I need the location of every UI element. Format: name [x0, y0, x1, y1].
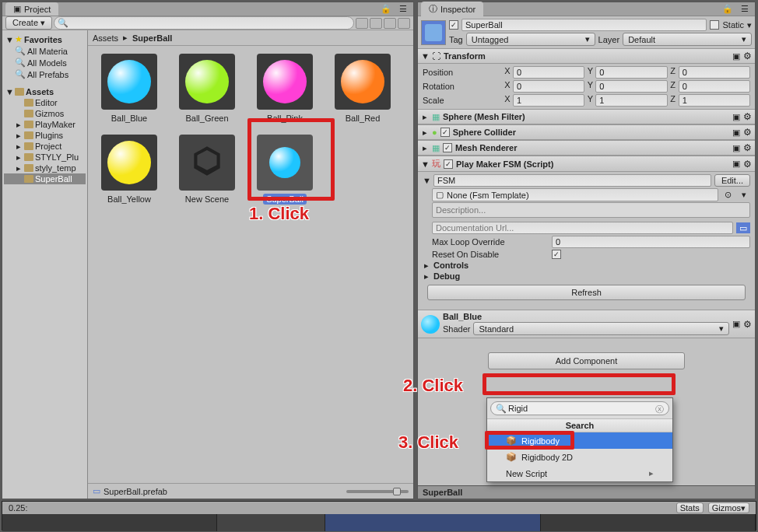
breadcrumb-current[interactable]: SuperBall [132, 33, 172, 43]
gear-icon[interactable]: ⚙ [743, 51, 752, 61]
filter-type-icon[interactable] [370, 18, 382, 29]
timeline-tracks[interactable] [2, 514, 756, 531]
project-search-input[interactable]: 🔍 [54, 16, 354, 30]
gear-icon[interactable]: ⚙ [743, 127, 752, 138]
maxloop-input[interactable]: 0 [552, 236, 750, 248]
transform-header[interactable]: ▼⛶Transform▣⚙ [418, 48, 755, 64]
sphere-collider-header[interactable]: ▸●Sphere Collider▣⚙ [418, 124, 755, 140]
popup-item-rigidbody2d[interactable]: 📦Rigidbody 2D [487, 449, 672, 465]
component-search-input[interactable]: 🔍 Rigid ⓧ [490, 401, 669, 415]
renderer-enabled-checkbox[interactable] [443, 143, 452, 152]
lock-icon[interactable]: 🔒 [377, 4, 395, 15]
gizmos-button[interactable]: Gizmos ▾ [708, 502, 749, 513]
asset-item[interactable]: Ball_Red [329, 54, 396, 124]
rot-z-input[interactable]: 0 [679, 80, 750, 93]
assets-root[interactable]: ▼Assets [4, 86, 86, 97]
project-tab[interactable]: ▣ Project [5, 2, 58, 16]
tree-folder[interactable]: ▸STYLY_Plu [4, 152, 86, 163]
filter-label-icon[interactable] [384, 18, 396, 29]
popup-item-rigidbody[interactable]: 📦Rigidbody [487, 432, 672, 449]
fsm-description-input[interactable]: Description... [432, 202, 750, 218]
playmaker-fsm-header[interactable]: ▼玩Play Maker FSM (Script)▣⚙ [418, 156, 755, 172]
save-search-icon[interactable] [398, 18, 410, 29]
template-menu-icon[interactable]: ▾ [738, 190, 750, 201]
stats-button[interactable]: Stats [676, 502, 704, 513]
mesh-filter-header[interactable]: ▸▦Sphere (Mesh Filter)▣⚙ [418, 109, 755, 124]
material-header[interactable]: Ball_Blue ShaderStandard▾ ▣⚙ [418, 310, 755, 338]
tree-folder[interactable]: ▸PlayMaker [4, 119, 86, 130]
help-icon[interactable]: ▣ [732, 319, 740, 329]
chevron-down-icon[interactable]: ▾ [747, 20, 752, 30]
active-checkbox[interactable] [449, 20, 458, 30]
tree-folder[interactable]: ▸Plugins [4, 130, 86, 141]
rot-x-input[interactable]: 0 [513, 80, 584, 93]
fsm-name-input[interactable]: FSM [433, 174, 711, 187]
tree-folder-selected[interactable]: SuperBall [4, 173, 86, 184]
breadcrumb-root[interactable]: Assets [93, 33, 118, 43]
add-component-button[interactable]: Add Component [488, 352, 685, 369]
help-icon[interactable]: ▣ [732, 128, 740, 138]
scale-x-input[interactable]: 1 [513, 94, 584, 107]
gameobject-name-input[interactable]: SuperBall [461, 19, 707, 31]
tree-folder[interactable]: ▸Project [4, 141, 86, 152]
rot-y-input[interactable]: 0 [595, 80, 667, 93]
shader-dropdown[interactable]: Standard▾ [473, 322, 729, 335]
gear-icon[interactable]: ⚙ [743, 111, 752, 122]
gear-icon[interactable]: ⚙ [743, 159, 752, 170]
fsm-template-field[interactable]: ▢None (Fsm Template) [432, 188, 718, 201]
asset-item-selected[interactable]: SuperBall [251, 135, 318, 205]
help-icon[interactable]: ▣ [732, 143, 740, 153]
popup-item-newscript[interactable]: New Script [487, 465, 672, 481]
tag-value: Untagged [472, 35, 509, 44]
inspector-tab[interactable]: ⓘ Inspector [421, 2, 483, 16]
help-icon[interactable]: ▣ [732, 159, 740, 169]
scale-z-input[interactable]: 1 [679, 94, 750, 107]
asset-item[interactable]: Ball_Pink [251, 54, 318, 124]
panel-menu-icon[interactable]: ☰ [738, 4, 752, 15]
tag-dropdown[interactable]: Untagged▾ [466, 33, 595, 46]
breadcrumb[interactable]: Assets ▸ SuperBall [88, 30, 413, 46]
filter-icon[interactable] [356, 18, 368, 29]
help-icon[interactable]: ▣ [732, 51, 740, 61]
browse-icon[interactable]: ▭ [736, 222, 750, 233]
asset-item[interactable]: Ball_Green [174, 54, 240, 124]
collider-enabled-checkbox[interactable] [440, 128, 450, 137]
pos-z-input[interactable]: 0 [679, 66, 750, 79]
controls-header[interactable]: Controls [433, 261, 468, 270]
tree-folder[interactable]: Gizmos [4, 108, 86, 119]
gear-icon[interactable]: ⚙ [743, 319, 752, 330]
playmaker-fsm-title: Play Maker FSM (Script) [456, 159, 553, 169]
project-tree[interactable]: ▼Favorites 🔍All Materia 🔍All Models 🔍All… [2, 30, 88, 499]
fsm-edit-button[interactable]: Edit... [714, 174, 750, 187]
refresh-button[interactable]: Refresh [427, 285, 746, 300]
panel-menu-icon[interactable]: ☰ [396, 4, 410, 15]
help-icon[interactable]: ▣ [732, 112, 740, 122]
lock-icon[interactable]: 🔒 [719, 4, 736, 15]
tree-folder[interactable]: Editor [4, 97, 86, 108]
fsm-doc-url-input[interactable]: Documentation Url... [432, 222, 733, 234]
scale-y-input[interactable]: 1 [595, 94, 667, 107]
favorites-header[interactable]: ▼Favorites [4, 33, 86, 45]
layer-dropdown[interactable]: Default▾ [623, 33, 752, 46]
folder-icon [24, 153, 33, 161]
search-icon: 🔍 [15, 69, 26, 79]
clear-icon[interactable]: ⓧ [655, 404, 664, 415]
fav-item[interactable]: 🔍All Models [4, 57, 86, 68]
fsm-enabled-checkbox[interactable] [444, 159, 453, 169]
fav-item[interactable]: 🔍All Materia [4, 45, 86, 57]
gear-icon[interactable]: ⚙ [743, 142, 752, 153]
pos-x-input[interactable]: 0 [513, 66, 584, 79]
mesh-renderer-header[interactable]: ▸▦Mesh Renderer▣⚙ [418, 140, 755, 156]
pos-y-input[interactable]: 0 [595, 66, 667, 79]
tree-folder[interactable]: ▸styly_temp [4, 163, 86, 173]
fav-item[interactable]: 🔍All Prefabs [4, 68, 86, 80]
thumbnail-size-slider[interactable] [346, 490, 409, 493]
static-checkbox[interactable] [710, 20, 719, 30]
create-button[interactable]: Create ▾ [5, 16, 52, 30]
asset-item[interactable]: Ball_Yellow [96, 135, 163, 205]
debug-header[interactable]: Debug [433, 271, 460, 281]
object-picker-icon[interactable]: ⊙ [721, 190, 735, 201]
asset-item[interactable]: New Scene [174, 135, 240, 205]
asset-item[interactable]: Ball_Blue [96, 54, 163, 124]
reset-checkbox[interactable] [552, 250, 561, 259]
